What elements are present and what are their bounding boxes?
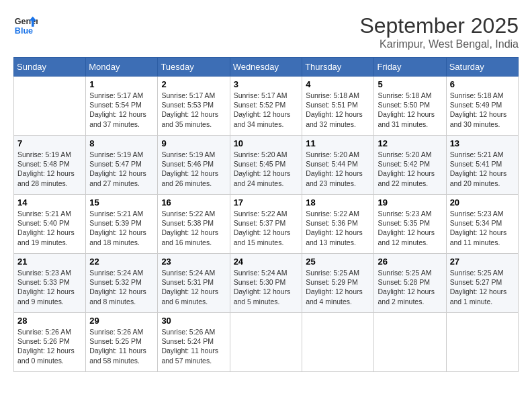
day-info: Sunrise: 5:21 AM Sunset: 5:41 PM Dayligh…	[450, 150, 515, 188]
day-info: Sunrise: 5:20 AM Sunset: 5:45 PM Dayligh…	[234, 150, 299, 188]
day-number: 27	[450, 257, 515, 267]
day-number: 18	[306, 197, 370, 208]
calendar-cell: 22Sunrise: 5:24 AM Sunset: 5:32 PM Dayli…	[86, 254, 158, 313]
calendar-cell: 3Sunrise: 5:17 AM Sunset: 5:52 PM Daylig…	[230, 77, 302, 136]
calendar-cell: 26Sunrise: 5:25 AM Sunset: 5:28 PM Dayli…	[374, 254, 446, 313]
day-info: Sunrise: 5:24 AM Sunset: 5:32 PM Dayligh…	[89, 268, 154, 306]
calendar-cell: 29Sunrise: 5:26 AM Sunset: 5:25 PM Dayli…	[86, 313, 158, 372]
week-row-3: 14Sunrise: 5:21 AM Sunset: 5:40 PM Dayli…	[14, 195, 519, 254]
day-number: 25	[306, 257, 370, 267]
day-number: 28	[17, 316, 82, 326]
day-info: Sunrise: 5:26 AM Sunset: 5:24 PM Dayligh…	[161, 327, 226, 365]
day-number: 30	[161, 316, 226, 326]
day-number: 24	[234, 257, 299, 267]
day-info: Sunrise: 5:19 AM Sunset: 5:47 PM Dayligh…	[89, 150, 154, 188]
calendar-cell: 4Sunrise: 5:18 AM Sunset: 5:51 PM Daylig…	[302, 77, 374, 136]
day-number: 15	[89, 197, 154, 208]
title-section: September 2025 Karimpur, West Bengal, In…	[359, 13, 519, 50]
day-info: Sunrise: 5:22 AM Sunset: 5:37 PM Dayligh…	[234, 209, 299, 247]
day-info: Sunrise: 5:26 AM Sunset: 5:25 PM Dayligh…	[89, 327, 154, 365]
weekday-header-friday: Friday	[374, 58, 446, 77]
day-number: 7	[17, 138, 82, 148]
calendar-cell: 1Sunrise: 5:17 AM Sunset: 5:54 PM Daylig…	[86, 77, 158, 136]
day-number: 11	[306, 138, 370, 148]
location: Karimpur, West Bengal, India	[359, 38, 519, 50]
calendar-cell: 11Sunrise: 5:20 AM Sunset: 5:44 PM Dayli…	[302, 136, 374, 195]
day-info: Sunrise: 5:26 AM Sunset: 5:26 PM Dayligh…	[17, 327, 82, 365]
calendar-cell: 17Sunrise: 5:22 AM Sunset: 5:37 PM Dayli…	[230, 195, 302, 254]
calendar-cell: 28Sunrise: 5:26 AM Sunset: 5:26 PM Dayli…	[14, 313, 86, 372]
calendar-cell: 7Sunrise: 5:19 AM Sunset: 5:48 PM Daylig…	[14, 136, 86, 195]
calendar-cell: 6Sunrise: 5:18 AM Sunset: 5:49 PM Daylig…	[446, 77, 518, 136]
day-number: 4	[306, 79, 370, 89]
day-info: Sunrise: 5:24 AM Sunset: 5:31 PM Dayligh…	[161, 268, 226, 306]
day-info: Sunrise: 5:18 AM Sunset: 5:49 PM Dayligh…	[450, 91, 515, 129]
day-number: 16	[161, 197, 226, 208]
day-info: Sunrise: 5:23 AM Sunset: 5:35 PM Dayligh…	[378, 209, 442, 247]
month-title: September 2025	[359, 13, 519, 38]
calendar-cell: 15Sunrise: 5:21 AM Sunset: 5:39 PM Dayli…	[86, 195, 158, 254]
weekday-header-row: SundayMondayTuesdayWednesdayThursdayFrid…	[14, 58, 519, 77]
calendar-cell: 2Sunrise: 5:17 AM Sunset: 5:53 PM Daylig…	[158, 77, 230, 136]
svg-text:Blue: Blue	[15, 26, 33, 36]
calendar-cell	[446, 313, 518, 372]
calendar-cell: 19Sunrise: 5:23 AM Sunset: 5:35 PM Dayli…	[374, 195, 446, 254]
day-info: Sunrise: 5:18 AM Sunset: 5:51 PM Dayligh…	[306, 91, 370, 129]
day-info: Sunrise: 5:20 AM Sunset: 5:42 PM Dayligh…	[378, 150, 442, 188]
calendar-cell	[374, 313, 446, 372]
calendar-cell: 21Sunrise: 5:23 AM Sunset: 5:33 PM Dayli…	[14, 254, 86, 313]
page-header: General Blue September 2025 Karimpur, We…	[13, 13, 519, 50]
day-number: 2	[161, 79, 226, 89]
day-info: Sunrise: 5:25 AM Sunset: 5:27 PM Dayligh…	[450, 268, 515, 306]
weekday-header-saturday: Saturday	[446, 58, 518, 77]
calendar-cell: 18Sunrise: 5:22 AM Sunset: 5:36 PM Dayli…	[302, 195, 374, 254]
weekday-header-sunday: Sunday	[14, 58, 86, 77]
calendar-cell: 14Sunrise: 5:21 AM Sunset: 5:40 PM Dayli…	[14, 195, 86, 254]
day-number: 14	[17, 197, 82, 208]
week-row-1: 1Sunrise: 5:17 AM Sunset: 5:54 PM Daylig…	[14, 77, 519, 136]
calendar-body: 1Sunrise: 5:17 AM Sunset: 5:54 PM Daylig…	[14, 77, 519, 372]
day-info: Sunrise: 5:18 AM Sunset: 5:50 PM Dayligh…	[378, 91, 442, 129]
day-info: Sunrise: 5:17 AM Sunset: 5:52 PM Dayligh…	[234, 91, 299, 129]
week-row-5: 28Sunrise: 5:26 AM Sunset: 5:26 PM Dayli…	[14, 313, 519, 372]
weekday-header-wednesday: Wednesday	[230, 58, 302, 77]
day-info: Sunrise: 5:24 AM Sunset: 5:30 PM Dayligh…	[234, 268, 299, 306]
calendar-cell: 9Sunrise: 5:19 AM Sunset: 5:46 PM Daylig…	[158, 136, 230, 195]
week-row-4: 21Sunrise: 5:23 AM Sunset: 5:33 PM Dayli…	[14, 254, 519, 313]
calendar-cell: 13Sunrise: 5:21 AM Sunset: 5:41 PM Dayli…	[446, 136, 518, 195]
day-number: 3	[234, 79, 299, 89]
calendar-cell: 25Sunrise: 5:25 AM Sunset: 5:29 PM Dayli…	[302, 254, 374, 313]
calendar-cell: 20Sunrise: 5:23 AM Sunset: 5:34 PM Dayli…	[446, 195, 518, 254]
day-info: Sunrise: 5:23 AM Sunset: 5:33 PM Dayligh…	[17, 268, 82, 306]
day-info: Sunrise: 5:25 AM Sunset: 5:28 PM Dayligh…	[378, 268, 442, 306]
day-number: 1	[89, 79, 154, 89]
day-info: Sunrise: 5:20 AM Sunset: 5:44 PM Dayligh…	[306, 150, 370, 188]
day-number: 26	[378, 257, 442, 267]
calendar-cell: 12Sunrise: 5:20 AM Sunset: 5:42 PM Dayli…	[374, 136, 446, 195]
day-number: 10	[234, 138, 299, 148]
day-number: 5	[378, 79, 442, 89]
calendar-cell	[302, 313, 374, 372]
day-number: 12	[378, 138, 442, 148]
day-info: Sunrise: 5:22 AM Sunset: 5:38 PM Dayligh…	[161, 209, 226, 247]
day-number: 6	[450, 79, 515, 89]
day-info: Sunrise: 5:17 AM Sunset: 5:53 PM Dayligh…	[161, 91, 226, 129]
day-info: Sunrise: 5:25 AM Sunset: 5:29 PM Dayligh…	[306, 268, 370, 306]
day-number: 17	[234, 197, 299, 208]
day-number: 8	[89, 138, 154, 148]
weekday-header-tuesday: Tuesday	[158, 58, 230, 77]
calendar-cell	[230, 313, 302, 372]
day-info: Sunrise: 5:19 AM Sunset: 5:46 PM Dayligh…	[161, 150, 226, 188]
day-number: 20	[450, 197, 515, 208]
day-number: 29	[89, 316, 154, 326]
calendar-cell: 27Sunrise: 5:25 AM Sunset: 5:27 PM Dayli…	[446, 254, 518, 313]
day-number: 19	[378, 197, 442, 208]
calendar-cell: 24Sunrise: 5:24 AM Sunset: 5:30 PM Dayli…	[230, 254, 302, 313]
day-number: 22	[89, 257, 154, 267]
calendar-cell: 5Sunrise: 5:18 AM Sunset: 5:50 PM Daylig…	[374, 77, 446, 136]
day-number: 23	[161, 257, 226, 267]
calendar-cell: 23Sunrise: 5:24 AM Sunset: 5:31 PM Dayli…	[158, 254, 230, 313]
day-number: 13	[450, 138, 515, 148]
day-info: Sunrise: 5:22 AM Sunset: 5:36 PM Dayligh…	[306, 209, 370, 247]
day-info: Sunrise: 5:23 AM Sunset: 5:34 PM Dayligh…	[450, 209, 515, 247]
